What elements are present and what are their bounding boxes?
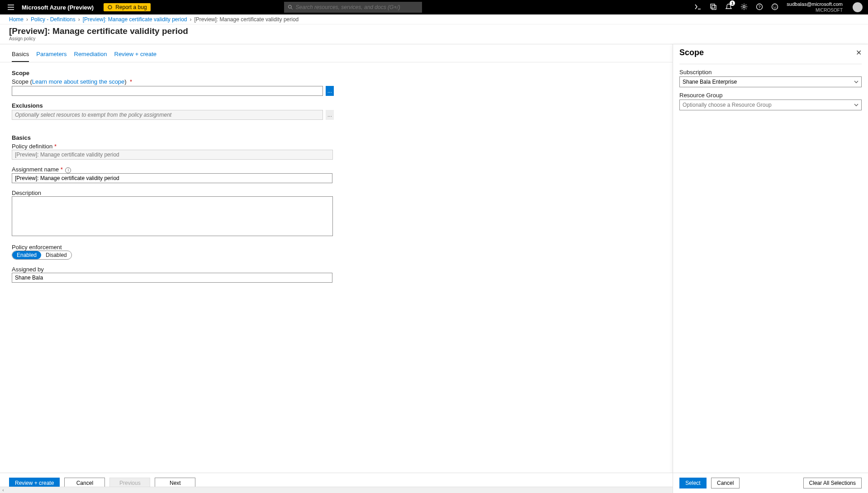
side-select-button[interactable]: Select — [679, 478, 707, 488]
resource-group-label: Resource Group — [679, 92, 862, 99]
policy-enforcement-label: Policy enforcement — [12, 244, 62, 251]
description-textarea[interactable] — [12, 196, 333, 236]
search-input[interactable] — [296, 4, 418, 10]
breadcrumb-current: [Preview]: Manage certificate validity p… — [194, 16, 299, 23]
breadcrumb-preview-policy[interactable]: [Preview]: Manage certificate validity p… — [83, 16, 187, 23]
assigned-by-input[interactable] — [12, 273, 332, 283]
page-heading: [Preview]: Manage certificate validity p… — [0, 24, 868, 44]
policy-definition-label: Policy definition * — [12, 143, 57, 150]
page-title: [Preview]: Manage certificate validity p… — [9, 26, 859, 36]
settings-icon[interactable] — [740, 3, 748, 12]
report-bug-button[interactable]: Report a bug — [104, 3, 150, 11]
toggle-disabled[interactable]: Disabled — [41, 251, 71, 259]
brand-label: Microsoft Azure (Preview) — [22, 4, 94, 11]
policy-enforcement-toggle[interactable]: Enabled Disabled — [12, 251, 72, 260]
scope-label: Scope (Learn more about setting the scop… — [12, 78, 132, 85]
scope-input[interactable] — [12, 86, 323, 96]
breadcrumb-policy-definitions[interactable]: Policy - Definitions — [31, 16, 76, 23]
tabs: Basics Parameters Remediation Review + c… — [0, 44, 673, 62]
clear-all-button[interactable]: Clear All Selections — [803, 478, 862, 488]
notification-badge: 1 — [730, 0, 735, 6]
policy-definition-value: [Preview]: Manage certificate validity p… — [12, 150, 333, 160]
close-icon[interactable]: ✕ — [856, 48, 862, 57]
scroll-left-icon[interactable]: ‹ — [0, 488, 6, 493]
menu-icon[interactable] — [0, 4, 22, 11]
page-subtitle: Assign policy — [9, 36, 859, 41]
breadcrumb: Home› Policy - Definitions› [Preview]: M… — [0, 14, 868, 24]
info-icon[interactable]: i — [65, 167, 71, 173]
svg-point-10 — [773, 5, 774, 6]
tab-remediation[interactable]: Remediation — [74, 51, 107, 62]
scope-learn-more-link[interactable]: Learn more about setting the scope — [32, 78, 125, 85]
svg-text:?: ? — [759, 5, 761, 9]
avatar[interactable] — [853, 2, 863, 12]
svg-point-6 — [743, 5, 745, 8]
tab-review-create[interactable]: Review + create — [114, 51, 157, 62]
assignment-name-input[interactable] — [12, 173, 332, 183]
description-label: Description — [12, 190, 41, 196]
tab-parameters[interactable]: Parameters — [36, 51, 66, 62]
toggle-enabled[interactable]: Enabled — [12, 251, 41, 259]
svg-point-1 — [288, 5, 291, 9]
chevron-down-icon — [854, 103, 859, 107]
svg-line-2 — [291, 8, 292, 9]
assignment-name-label: Assignment name * i — [12, 166, 71, 173]
scope-picker-button[interactable]: … — [326, 86, 334, 96]
exclusions-picker-button[interactable]: … — [326, 110, 334, 120]
horizontal-scrollbar[interactable]: ‹ — [0, 487, 673, 493]
side-panel-title: Scope — [679, 48, 704, 57]
breadcrumb-home[interactable]: Home — [9, 16, 24, 23]
scope-side-panel: Scope ✕ Subscription Shane Bala Enterpri… — [673, 44, 868, 493]
notifications-icon[interactable]: 1 — [725, 3, 732, 12]
side-cancel-button[interactable]: Cancel — [711, 478, 740, 488]
help-icon[interactable]: ? — [756, 3, 763, 12]
tab-basics[interactable]: Basics — [12, 51, 29, 62]
search-icon — [288, 5, 293, 10]
assigned-by-label: Assigned by — [12, 266, 44, 273]
exclusions-input[interactable] — [12, 110, 323, 120]
user-account[interactable]: sudbalas@microsoft.com MICROSOFT — [787, 1, 843, 13]
directory-filter-icon[interactable] — [710, 3, 717, 12]
feedback-icon[interactable] — [771, 3, 778, 12]
subscription-select[interactable]: Shane Bala Enterprise — [679, 76, 862, 87]
svg-rect-4 — [711, 4, 715, 8]
svg-rect-5 — [712, 5, 716, 9]
scope-section-title: Scope — [12, 70, 661, 76]
search-input-wrapper[interactable] — [284, 2, 422, 13]
basics-section-title: Basics — [12, 134, 661, 141]
exclusions-label: Exclusions — [12, 102, 43, 109]
subscription-label: Subscription — [679, 69, 862, 76]
cloud-shell-icon[interactable] — [694, 3, 702, 12]
svg-point-11 — [776, 5, 777, 6]
svg-point-9 — [772, 4, 778, 9]
chevron-down-icon — [854, 80, 859, 84]
resource-group-select[interactable]: Optionally choose a Resource Group — [679, 100, 862, 110]
